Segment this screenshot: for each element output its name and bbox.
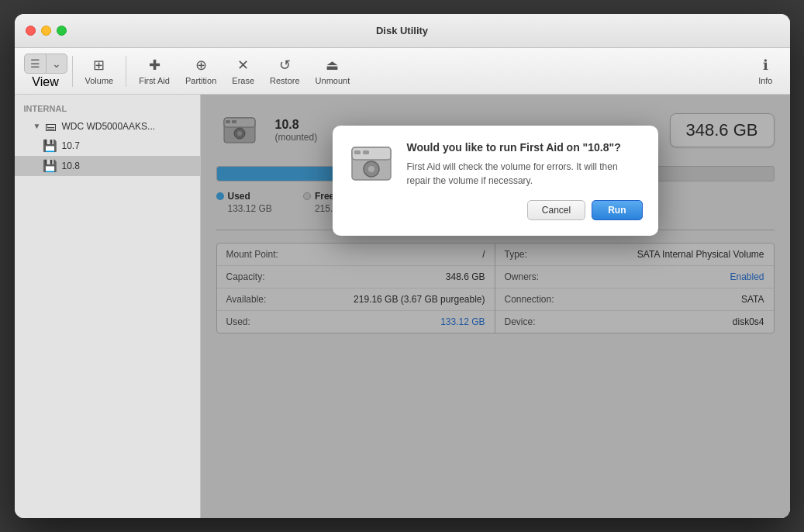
info-label: Info xyxy=(758,76,772,85)
main-area: Internal ▼ 🖴 WDC WD5000AAKS... 💾 10.7 💾 … xyxy=(15,95,790,518)
volume-btn[interactable]: ⊞ Volume xyxy=(78,54,122,88)
first-aid-btn[interactable]: ✚ First Aid xyxy=(131,54,178,88)
volume-108-icon: 💾 xyxy=(43,159,57,173)
modal-buttons: Cancel Run xyxy=(407,200,643,220)
toolbar-sep-1 xyxy=(72,56,73,87)
app-window: Disk Utility ☰ ⌄ View ⊞ Volume ✚ First A… xyxy=(15,14,790,518)
close-button[interactable] xyxy=(26,26,36,36)
view-list-btn[interactable]: ☰ xyxy=(25,54,46,73)
toolbar: ☰ ⌄ View ⊞ Volume ✚ First Aid ⊕ Partitio… xyxy=(15,48,790,95)
maximize-button[interactable] xyxy=(57,26,67,36)
first-aid-label: First Aid xyxy=(139,76,170,85)
minimize-button[interactable] xyxy=(41,26,51,36)
view-label: View xyxy=(32,75,58,89)
view-group: ☰ ⌄ View xyxy=(24,54,67,89)
erase-icon: ✕ xyxy=(237,57,249,74)
modal-body: Would you like to run First Aid on "10.8… xyxy=(407,141,643,220)
sidebar-item-drive[interactable]: ▼ 🖴 WDC WD5000AAKS... xyxy=(15,116,200,136)
restore-btn[interactable]: ↺ Restore xyxy=(262,54,308,88)
modal-overlay: Would you like to run First Aid on "10.8… xyxy=(201,95,790,518)
drive-icon: 🖴 xyxy=(45,119,57,133)
partition-icon: ⊕ xyxy=(195,57,207,74)
svg-point-9 xyxy=(368,166,374,172)
unmount-label: Unmount xyxy=(316,76,350,85)
partition-label: Partition xyxy=(185,76,216,85)
info-btn[interactable]: ℹ Info xyxy=(751,54,780,88)
traffic-lights xyxy=(15,26,67,36)
volume-107-icon: 💾 xyxy=(43,139,57,153)
unmount-btn[interactable]: ⏏ Unmount xyxy=(308,54,358,88)
sidebar-section-internal: Internal xyxy=(15,101,200,116)
content-area: 10.8 (mounted) 348.6 GB Used 133.12 GB xyxy=(201,95,790,518)
erase-label: Erase xyxy=(232,76,254,85)
sidebar-drive-name: WDC WD5000AAKS... xyxy=(61,121,155,132)
run-button[interactable]: Run xyxy=(592,200,642,220)
toolbar-sep-2 xyxy=(126,56,126,87)
restore-label: Restore xyxy=(270,76,300,85)
view-chevron-btn[interactable]: ⌄ xyxy=(46,54,67,73)
modal-title: Would you like to run First Aid on "10.8… xyxy=(407,141,643,154)
modal-message: First Aid will check the volume for erro… xyxy=(407,160,643,188)
svg-rect-11 xyxy=(363,150,369,154)
first-aid-dialog: Would you like to run First Aid on "10.8… xyxy=(333,126,658,236)
first-aid-icon: ✚ xyxy=(149,57,160,74)
modal-disk-icon xyxy=(348,141,395,188)
erase-btn[interactable]: ✕ Erase xyxy=(224,54,262,88)
restore-icon: ↺ xyxy=(279,57,291,74)
titlebar: Disk Utility xyxy=(15,14,790,48)
chevron-icon: ▼ xyxy=(33,122,41,130)
sidebar: Internal ▼ 🖴 WDC WD5000AAKS... 💾 10.7 💾 … xyxy=(15,95,201,518)
window-title: Disk Utility xyxy=(376,25,428,36)
cancel-button[interactable]: Cancel xyxy=(527,200,585,220)
sidebar-item-108[interactable]: 💾 10.8 xyxy=(15,156,200,176)
svg-rect-10 xyxy=(354,150,361,154)
volume-label: Volume xyxy=(85,76,114,85)
sidebar-volume-108-label: 10.8 xyxy=(62,161,80,171)
unmount-icon: ⏏ xyxy=(326,57,339,74)
view-btn-group: ☰ ⌄ xyxy=(24,54,67,74)
volume-icon: ⊞ xyxy=(93,57,105,74)
sidebar-item-107[interactable]: 💾 10.7 xyxy=(15,136,200,156)
partition-btn[interactable]: ⊕ Partition xyxy=(178,54,224,88)
sidebar-volume-107-label: 10.7 xyxy=(62,140,80,151)
info-icon: ℹ xyxy=(763,57,768,74)
